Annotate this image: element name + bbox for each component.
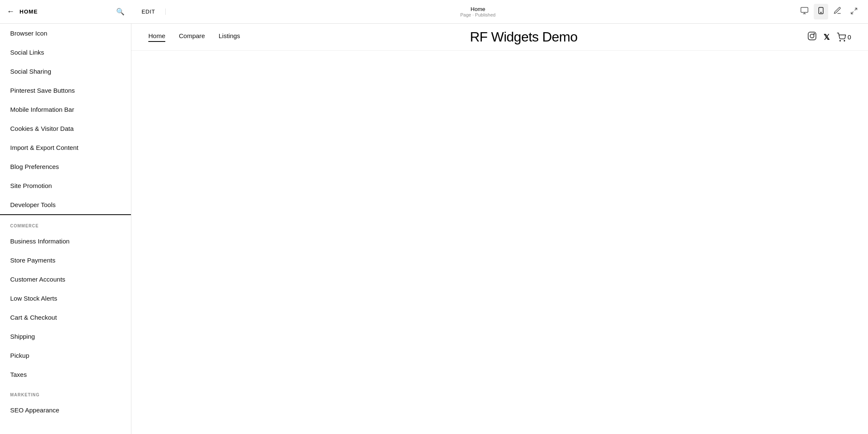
edit-button[interactable]: EDIT	[142, 8, 155, 15]
sidebar-item-business-information[interactable]: Business Information	[0, 232, 131, 251]
sidebar-item-blog-preferences[interactable]: Blog Preferences	[0, 157, 131, 176]
instagram-icon[interactable]	[807, 31, 817, 43]
main-layout: Browser Icon Social Links Social Sharing…	[0, 24, 868, 434]
svg-point-8	[810, 34, 814, 38]
sidebar-item-low-stock-alerts[interactable]: Low Stock Alerts	[0, 289, 131, 308]
sidebar-item-customer-accounts[interactable]: Customer Accounts	[0, 270, 131, 289]
sidebar-item-site-promotion[interactable]: Site Promotion	[0, 176, 131, 195]
preview-nav-compare[interactable]: Compare	[179, 32, 205, 42]
preview-area: Home Compare Listings RF Widgets Demo 𝕏 …	[131, 24, 868, 434]
svg-point-4	[821, 12, 821, 13]
site-title: RF Widgets Demo	[240, 29, 807, 45]
sidebar-item-social-links[interactable]: Social Links	[0, 43, 131, 62]
search-icon[interactable]: 🔍	[116, 8, 125, 16]
edit-pen-button[interactable]	[830, 4, 845, 19]
mobile-view-button[interactable]	[814, 4, 828, 19]
sidebar-item-developer-tools[interactable]: Developer Tools	[0, 195, 131, 215]
sidebar-item-pinterest-save-buttons[interactable]: Pinterest Save Buttons	[0, 81, 131, 100]
preview-nav-listings[interactable]: Listings	[219, 32, 240, 42]
edit-section: EDIT	[131, 8, 166, 15]
sidebar-item-shipping[interactable]: Shipping	[0, 327, 131, 346]
marketing-section-label: MARKETING	[0, 384, 131, 401]
svg-rect-7	[808, 32, 815, 40]
page-title: Home	[470, 6, 485, 12]
page-subtitle: Page · Published	[460, 12, 495, 17]
sidebar-item-cookies-visitor-data[interactable]: Cookies & Visitor Data	[0, 119, 131, 138]
sidebar-item-browser-icon[interactable]: Browser Icon	[0, 24, 131, 43]
cart-count: 0	[848, 33, 851, 41]
sidebar-item-mobile-information-bar[interactable]: Mobile Information Bar	[0, 100, 131, 119]
preview-inner: Home Compare Listings RF Widgets Demo 𝕏 …	[131, 24, 868, 434]
svg-point-10	[840, 40, 840, 41]
sidebar-item-social-sharing[interactable]: Social Sharing	[0, 62, 131, 81]
top-bar: ← HOME 🔍 EDIT Home Page · Published	[0, 0, 868, 24]
desktop-view-button[interactable]	[797, 4, 812, 19]
top-bar-left: ← HOME 🔍	[0, 7, 131, 16]
cart-icon[interactable]: 0	[837, 33, 851, 42]
sidebar-item-import-export-content[interactable]: Import & Export Content	[0, 138, 131, 157]
svg-point-9	[814, 33, 815, 34]
svg-point-11	[844, 40, 845, 41]
top-bar-right	[790, 4, 868, 19]
home-label[interactable]: HOME	[19, 8, 38, 15]
svg-line-6	[851, 11, 853, 14]
preview-nav-home[interactable]: Home	[148, 32, 165, 42]
sidebar-item-cart-checkout[interactable]: Cart & Checkout	[0, 308, 131, 327]
svg-rect-0	[801, 8, 808, 13]
commerce-section-label: COMMERCE	[0, 215, 131, 232]
sidebar: Browser Icon Social Links Social Sharing…	[0, 24, 131, 434]
sidebar-item-seo-appearance[interactable]: SEO Appearance	[0, 401, 131, 420]
expand-button[interactable]	[847, 5, 861, 19]
svg-line-5	[855, 8, 857, 10]
sidebar-item-pickup[interactable]: Pickup	[0, 346, 131, 365]
top-bar-center: Home Page · Published	[166, 6, 790, 17]
back-button[interactable]: ←	[7, 7, 14, 16]
sidebar-item-store-payments[interactable]: Store Payments	[0, 251, 131, 270]
twitter-icon[interactable]: 𝕏	[823, 33, 830, 42]
preview-nav-links: Home Compare Listings	[148, 32, 240, 42]
preview-nav-icons: 𝕏 0	[807, 31, 851, 43]
preview-navbar: Home Compare Listings RF Widgets Demo 𝕏 …	[131, 24, 868, 51]
sidebar-item-taxes[interactable]: Taxes	[0, 365, 131, 384]
